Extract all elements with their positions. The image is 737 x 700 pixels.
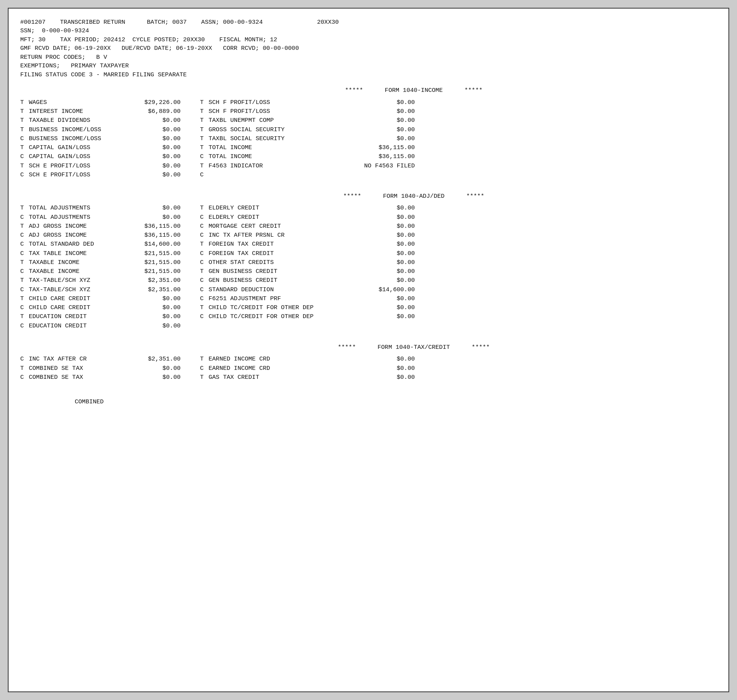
row-value-right: $0.00 (349, 134, 419, 143)
table-row: TCAPITAL GAIN/LOSS$0.00TTOTAL INCOME$36,… (20, 143, 717, 152)
row-label-left: TAX-TABLE/SCH XYZ (29, 276, 130, 285)
row-value-left: $0.00 (130, 303, 184, 312)
combined-label: COMBINED (75, 398, 104, 405)
row-value-left: $0.00 (130, 373, 184, 382)
row-label-left: INC TAX AFTER CR (29, 355, 130, 364)
row-label-right: TAXBL SOCIAL SECURITY (209, 134, 349, 143)
header-line3: MFT; 30 TAX PERIOD; 202412 CYCLE POSTED;… (20, 35, 717, 44)
row-label-left: TAXABLE INCOME (29, 267, 130, 276)
row-value-left: $6,889.00 (130, 107, 184, 116)
table-row: CADJ GROSS INCOME$36,115.00CINC TX AFTER… (20, 231, 717, 240)
table-row: TTAX-TABLE/SCH XYZ$2,351.00CGEN BUSINESS… (20, 276, 717, 285)
row-prefix-left: T (20, 276, 29, 285)
table-row: CCOMBINED SE TAX$0.00TGAS TAX CREDIT$0.0… (20, 373, 717, 382)
row-prefix-right: C (200, 222, 209, 231)
row-value-right: $14,600.00 (349, 285, 419, 294)
row-value-right (349, 322, 419, 331)
row-prefix-left: T (20, 312, 29, 321)
row-label-left: WAGES (29, 98, 130, 107)
row-value-right: $0.00 (349, 204, 419, 213)
row-prefix-left: C (20, 285, 29, 294)
row-label-left: SCH E PROFIT/LOSS (29, 171, 130, 179)
row-label-right: CHILD TC/CREDIT FOR OTHER DEP (209, 303, 349, 312)
row-prefix-left: C (20, 249, 29, 258)
taxcredit-section: CINC TAX AFTER CR$2,351.00TEARNED INCOME… (20, 355, 717, 382)
row-prefix-left: C (20, 231, 29, 240)
row-label-left: COMBINED SE TAX (29, 364, 130, 373)
row-prefix-left: C (20, 171, 29, 179)
row-label-right (209, 171, 349, 179)
row-label-right: GAS TAX CREDIT (209, 373, 349, 382)
row-prefix-right: C (200, 364, 209, 373)
row-value-left: $0.00 (130, 364, 184, 373)
row-prefix-right: C (200, 171, 209, 179)
row-prefix-left: T (20, 204, 29, 213)
row-prefix-right: T (200, 303, 209, 312)
row-label-left: CAPITAL GAIN/LOSS (29, 143, 130, 152)
row-value-left: $29,226.00 (130, 98, 184, 107)
row-value-right: $0.00 (349, 222, 419, 231)
row-label-right: TAXBL UNEMPMT COMP (209, 116, 349, 125)
row-value-right: $0.00 (349, 267, 419, 276)
row-value-left: $0.00 (130, 213, 184, 222)
row-prefix-left: T (20, 125, 29, 134)
row-value-left: $0.00 (130, 294, 184, 303)
row-value-right: $0.00 (349, 107, 419, 116)
row-value-left: $21,515.00 (130, 258, 184, 267)
row-prefix-right: C (200, 276, 209, 285)
row-prefix-left: C (20, 355, 29, 364)
row-prefix-left: T (20, 98, 29, 107)
row-value-left: $0.00 (130, 116, 184, 125)
income-section: TWAGES$29,226.00TSCH F PROFIT/LOSS$0.00T… (20, 98, 717, 179)
table-row: TADJ GROSS INCOME$36,115.00CMORTGAGE CER… (20, 222, 717, 231)
row-prefix-right: T (200, 267, 209, 276)
row-prefix-right: C (200, 258, 209, 267)
row-value-right: $0.00 (349, 364, 419, 373)
row-prefix-left: T (20, 222, 29, 231)
table-row: TCHILD CARE CREDIT$0.00CF6251 ADJUSTMENT… (20, 294, 717, 303)
row-prefix-left: C (20, 213, 29, 222)
row-label-left: TAXABLE DIVIDENDS (29, 116, 130, 125)
row-value-right: $0.00 (349, 355, 419, 364)
row-prefix-left: C (20, 240, 29, 249)
row-prefix-right: C (200, 312, 209, 321)
table-row: TSCH E PROFIT/LOSS$0.00TF4563 INDICATORN… (20, 162, 717, 171)
row-value-left: $36,115.00 (130, 231, 184, 240)
income-section-title: ***** FORM 1040-INCOME ***** (20, 86, 717, 95)
header-block: #001207 TRANSCRIBED RETURN BATCH; 0037 A… (20, 18, 717, 79)
row-label-right (209, 322, 349, 331)
row-label-right: OTHER STAT CREDITS (209, 258, 349, 267)
row-value-right: $0.00 (349, 249, 419, 258)
row-prefix-left: C (20, 373, 29, 382)
row-value-right: $36,115.00 (349, 143, 419, 152)
row-prefix-right: T (200, 134, 209, 143)
row-label-left: ADJ GROSS INCOME (29, 231, 130, 240)
table-row: TEDUCATION CREDIT$0.00CCHILD TC/CREDIT F… (20, 312, 717, 321)
header-line5: RETURN PROC CODES; B V (20, 53, 717, 62)
row-label-left: CHILD CARE CREDIT (29, 294, 130, 303)
row-value-left: $0.00 (130, 152, 184, 161)
row-label-right: F6251 ADJUSTMENT PRF (209, 294, 349, 303)
row-label-left: ADJ GROSS INCOME (29, 222, 130, 231)
row-value-left: $0.00 (130, 134, 184, 143)
row-prefix-right: T (200, 116, 209, 125)
row-label-left: TAXABLE INCOME (29, 258, 130, 267)
row-label-right: GEN BUSINESS CREDIT (209, 276, 349, 285)
main-page: #001207 TRANSCRIBED RETURN BATCH; 0037 A… (8, 8, 729, 692)
row-value-right: $0.00 (349, 373, 419, 382)
table-row: CTAXABLE INCOME$21,515.00TGEN BUSINESS C… (20, 267, 717, 276)
row-value-right: $0.00 (349, 98, 419, 107)
row-label-right: TOTAL INCOME (209, 152, 349, 161)
row-prefix-right (200, 322, 209, 331)
row-label-right: EARNED INCOME CRD (209, 355, 349, 364)
row-label-right: ELDERLY CREDIT (209, 204, 349, 213)
row-value-right: $36,115.00 (349, 152, 419, 161)
row-prefix-right: T (200, 143, 209, 152)
row-prefix-right: C (200, 249, 209, 258)
row-prefix-right: C (200, 231, 209, 240)
row-value-left: $2,351.00 (130, 276, 184, 285)
row-label-right: SCH F PROFIT/LOSS (209, 107, 349, 116)
row-prefix-left: T (20, 116, 29, 125)
header-line2: SSN; 0-000-00-9324 (20, 26, 717, 35)
row-label-left: TOTAL STANDARD DED (29, 240, 130, 249)
